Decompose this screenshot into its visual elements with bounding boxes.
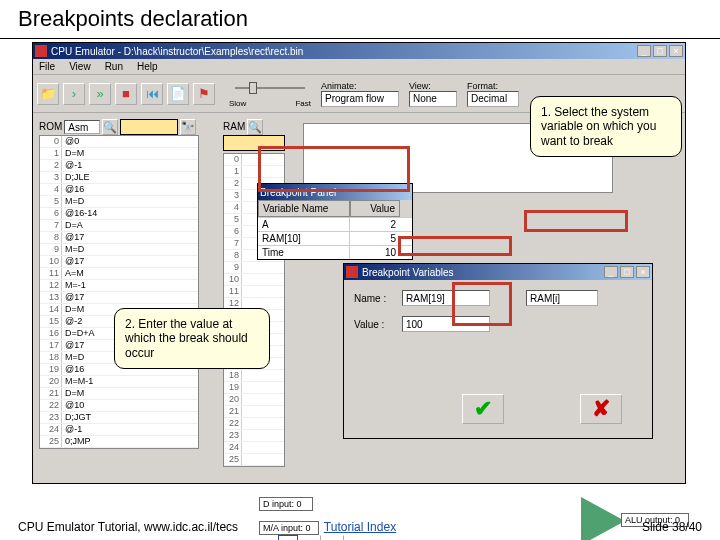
menu-view[interactable]: View (69, 61, 91, 72)
tutorial-index-link[interactable]: Tutorial Index (324, 520, 396, 534)
footer: CPU Emulator Tutorial, www.idc.ac.il/tec… (18, 520, 702, 534)
close-button[interactable]: × (669, 45, 683, 57)
app-icon (35, 45, 47, 57)
table-row[interactable]: 13@17 (40, 292, 198, 304)
bv-value-field[interactable] (402, 316, 490, 332)
step-icon[interactable]: › (63, 83, 85, 105)
menu-help[interactable]: Help (137, 61, 158, 72)
view-label: View: (409, 81, 457, 91)
bp-panel-title: Breakpoint Panel (260, 187, 336, 198)
apply-button[interactable]: ✓ (324, 535, 344, 540)
rom-table[interactable]: 0@01D=M2@-13D;JLE4@165M=D6@16-147D=A8@17… (39, 135, 199, 449)
table-row[interactable]: A2 (258, 217, 412, 231)
table-row[interactable]: 22@10 (40, 400, 198, 412)
ram-find-icon[interactable]: 🔍 (247, 119, 263, 135)
table-row[interactable]: 22 (224, 418, 284, 430)
table-row[interactable]: 8@17 (40, 232, 198, 244)
rom-label: ROM (39, 121, 62, 132)
table-row[interactable]: 0 (224, 154, 284, 166)
menu-run[interactable]: Run (105, 61, 123, 72)
table-row[interactable]: 4@16 (40, 184, 198, 196)
table-row[interactable]: 250;JMP (40, 436, 198, 448)
table-row[interactable]: 0@0 (40, 136, 198, 148)
bp-edit-toolbar: + - ✓ (278, 535, 344, 540)
ram-label: RAM (223, 121, 245, 132)
speed-slider[interactable] (235, 79, 305, 97)
titlebar: CPU Emulator - D:\hack\instructor\Exampl… (33, 43, 685, 59)
window-title: CPU Emulator - D:\hack\instructor\Exampl… (51, 46, 303, 57)
add-button[interactable]: + (278, 535, 298, 540)
view-select[interactable] (409, 91, 457, 107)
table-row[interactable]: 1 (224, 166, 284, 178)
ram-find-field[interactable] (223, 135, 285, 151)
table-row[interactable]: 12M=-1 (40, 280, 198, 292)
menu-file[interactable]: File (39, 61, 55, 72)
bv-title: Breakpoint Variables (362, 267, 454, 278)
table-row[interactable]: 11A=M (40, 268, 198, 280)
bv-max-button[interactable]: □ (620, 266, 634, 278)
slide-title: Breakpoints declaration (0, 0, 720, 39)
format-select[interactable] (467, 91, 519, 107)
rom-panel: ROM 🔍 🔭 0@01D=M2@-13D;JLE4@165M=D6@16-14… (39, 119, 199, 449)
rewind-icon[interactable]: ⏮ (141, 83, 163, 105)
animate-label: Animate: (321, 81, 399, 91)
table-row[interactable]: 1D=M (40, 148, 198, 160)
table-row[interactable]: 6@16-14 (40, 208, 198, 220)
table-row[interactable]: 20M=M-1 (40, 376, 198, 388)
footer-right: Slide 38/40 (642, 520, 702, 534)
cancel-button[interactable]: ✘ (580, 394, 622, 424)
table-row[interactable]: 9 (224, 262, 284, 274)
table-row[interactable]: 7D=A (40, 220, 198, 232)
table-row[interactable]: 2@-1 (40, 160, 198, 172)
table-row[interactable]: 23D;JGT (40, 412, 198, 424)
ok-button[interactable]: ✔ (462, 394, 504, 424)
table-row[interactable]: Time10 (258, 245, 412, 259)
bv-name-field[interactable] (402, 290, 490, 306)
fast-fwd-icon[interactable]: » (89, 83, 111, 105)
table-row[interactable]: 21D=M (40, 388, 198, 400)
rom-find-field[interactable] (120, 119, 178, 135)
x-icon: ✘ (592, 396, 610, 422)
table-row[interactable]: 20 (224, 394, 284, 406)
flag-icon[interactable]: ⚑ (193, 83, 215, 105)
fast-label: Fast (295, 99, 311, 108)
callout-1: 1. Select the system variable on which y… (530, 96, 682, 157)
maximize-button[interactable]: □ (653, 45, 667, 57)
stop-icon[interactable]: ■ (115, 83, 137, 105)
bp-col-name: Variable Name (258, 200, 350, 217)
ram-panel: RAM 🔍 0123456789101112131415161718192021… (223, 119, 285, 467)
callout-2: 2. Enter the value at which the break sh… (114, 308, 270, 369)
table-row[interactable]: 18 (224, 370, 284, 382)
script-icon[interactable]: 📄 (167, 83, 189, 105)
remove-button[interactable]: - (301, 535, 321, 540)
bp-table[interactable]: Variable Name Value A2RAM[10]5Time10 (258, 200, 412, 259)
binoculars-icon[interactable]: 🔭 (180, 119, 196, 135)
d-input-box: D input: 0 (259, 497, 313, 511)
bv-name-label: Name : (354, 293, 396, 304)
format-label: Format: (467, 81, 519, 91)
slow-label: Slow (229, 99, 246, 108)
table-row[interactable]: 19 (224, 382, 284, 394)
find-icon[interactable]: 🔍 (102, 119, 118, 135)
bp-col-value: Value (350, 200, 400, 217)
table-row[interactable]: RAM[10]5 (258, 231, 412, 245)
table-row[interactable]: 11 (224, 286, 284, 298)
table-row[interactable]: 10@17 (40, 256, 198, 268)
bv-close-button[interactable]: × (636, 266, 650, 278)
rom-mode-select[interactable] (64, 120, 100, 134)
table-row[interactable]: 10 (224, 274, 284, 286)
breakpoint-panel: Breakpoint Panel Variable Name Value A2R… (257, 183, 413, 260)
table-row[interactable]: 9M=D (40, 244, 198, 256)
table-row[interactable]: 3D;JLE (40, 172, 198, 184)
bv-min-button[interactable]: _ (604, 266, 618, 278)
bv-icon (346, 266, 358, 278)
bv-name-dropdown[interactable] (526, 290, 598, 306)
breakpoint-variables-window: Breakpoint Variables _ □ × Name : Value … (343, 263, 653, 439)
footer-left: CPU Emulator Tutorial, www.idc.ac.il/tec… (18, 520, 238, 534)
table-row[interactable]: 24@-1 (40, 424, 198, 436)
open-icon[interactable]: 📁 (37, 83, 59, 105)
table-row[interactable]: 21 (224, 406, 284, 418)
table-row[interactable]: 5M=D (40, 196, 198, 208)
minimize-button[interactable]: _ (637, 45, 651, 57)
animate-select[interactable] (321, 91, 399, 107)
